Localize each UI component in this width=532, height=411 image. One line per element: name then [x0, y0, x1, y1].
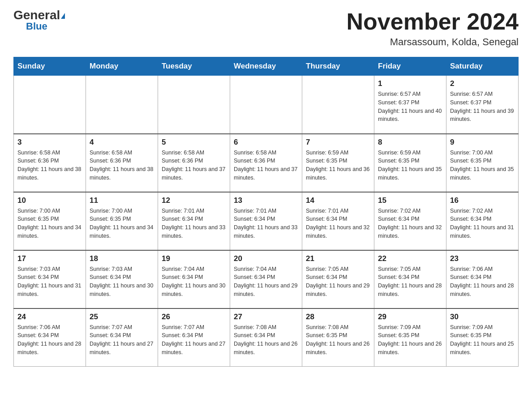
day-number: 27: [234, 313, 298, 321]
day-number: 25: [90, 313, 154, 321]
day-info: Sunrise: 6:58 AMSunset: 6:36 PMDaylight:…: [17, 149, 82, 182]
calendar-cell: 21Sunrise: 7:05 AMSunset: 6:34 PMDayligh…: [302, 250, 374, 308]
day-info: Sunrise: 6:58 AMSunset: 6:36 PMDaylight:…: [90, 149, 154, 182]
calendar-cell: 27Sunrise: 7:08 AMSunset: 6:34 PMDayligh…: [230, 308, 302, 367]
day-info: Sunrise: 6:59 AMSunset: 6:35 PMDaylight:…: [378, 149, 442, 182]
calendar-cell: 26Sunrise: 7:07 AMSunset: 6:34 PMDayligh…: [158, 308, 230, 367]
calendar-cell: 17Sunrise: 7:03 AMSunset: 6:34 PMDayligh…: [14, 250, 86, 308]
day-info: Sunrise: 6:57 AMSunset: 6:37 PMDaylight:…: [378, 90, 442, 124]
day-header-monday: Monday: [86, 57, 158, 76]
calendar-cell: 6Sunrise: 6:58 AMSunset: 6:36 PMDaylight…: [230, 134, 302, 192]
day-info: Sunrise: 7:02 AMSunset: 6:34 PMDaylight:…: [450, 207, 515, 240]
logo-triangle-icon: [61, 13, 65, 19]
day-number: 13: [234, 196, 298, 205]
day-info: Sunrise: 6:58 AMSunset: 6:36 PMDaylight:…: [162, 149, 226, 182]
day-info: Sunrise: 7:01 AMSunset: 6:34 PMDaylight:…: [234, 207, 298, 240]
day-number: 16: [450, 196, 515, 205]
calendar-cell: 16Sunrise: 7:02 AMSunset: 6:34 PMDayligh…: [446, 192, 519, 250]
day-info: Sunrise: 7:09 AMSunset: 6:35 PMDaylight:…: [450, 323, 515, 357]
day-info: Sunrise: 6:59 AMSunset: 6:35 PMDaylight:…: [306, 149, 370, 182]
day-info: Sunrise: 7:08 AMSunset: 6:35 PMDaylight:…: [306, 323, 370, 357]
title-area: November 2024 Marsassoum, Kolda, Senegal: [347, 9, 519, 48]
page-header: General Blue November 2024 Marsassoum, K…: [13, 9, 519, 48]
day-number: 3: [17, 138, 82, 147]
calendar-cell: 18Sunrise: 7:03 AMSunset: 6:34 PMDayligh…: [86, 250, 158, 308]
day-header-saturday: Saturday: [446, 57, 519, 76]
day-number: 1: [378, 79, 442, 88]
day-number: 21: [306, 254, 370, 263]
day-number: 28: [306, 313, 370, 321]
day-info: Sunrise: 7:03 AMSunset: 6:34 PMDaylight:…: [17, 265, 82, 299]
day-number: 24: [17, 313, 82, 321]
day-number: 18: [90, 254, 154, 263]
day-number: 22: [378, 254, 442, 263]
calendar-cell: [230, 76, 302, 134]
day-number: 4: [90, 138, 154, 147]
calendar-cell: [158, 76, 230, 134]
logo-general-text: General: [13, 9, 65, 21]
calendar-cell: [14, 76, 86, 134]
calendar-cell: 7Sunrise: 6:59 AMSunset: 6:35 PMDaylight…: [302, 134, 374, 192]
week-row-5: 24Sunrise: 7:06 AMSunset: 6:34 PMDayligh…: [14, 308, 519, 367]
calendar-cell: 30Sunrise: 7:09 AMSunset: 6:35 PMDayligh…: [446, 308, 519, 367]
day-info: Sunrise: 7:03 AMSunset: 6:34 PMDaylight:…: [90, 265, 154, 299]
calendar-cell: 12Sunrise: 7:01 AMSunset: 6:34 PMDayligh…: [158, 192, 230, 250]
calendar-cell: 14Sunrise: 7:01 AMSunset: 6:34 PMDayligh…: [302, 192, 374, 250]
calendar-title: November 2024: [347, 9, 519, 34]
calendar-cell: 11Sunrise: 7:00 AMSunset: 6:35 PMDayligh…: [86, 192, 158, 250]
calendar-cell: 23Sunrise: 7:06 AMSunset: 6:34 PMDayligh…: [446, 250, 519, 308]
day-info: Sunrise: 7:09 AMSunset: 6:35 PMDaylight:…: [378, 323, 442, 357]
day-number: 8: [378, 138, 442, 147]
day-info: Sunrise: 7:06 AMSunset: 6:34 PMDaylight:…: [17, 323, 82, 357]
calendar-cell: 29Sunrise: 7:09 AMSunset: 6:35 PMDayligh…: [374, 308, 446, 367]
calendar-cell: 19Sunrise: 7:04 AMSunset: 6:34 PMDayligh…: [158, 250, 230, 308]
calendar-table: SundayMondayTuesdayWednesdayThursdayFrid…: [13, 57, 519, 367]
day-number: 7: [306, 138, 370, 147]
calendar-cell: 1Sunrise: 6:57 AMSunset: 6:37 PMDaylight…: [374, 76, 446, 134]
week-row-1: 1Sunrise: 6:57 AMSunset: 6:37 PMDaylight…: [14, 76, 519, 134]
day-header-sunday: Sunday: [14, 57, 86, 76]
day-info: Sunrise: 7:08 AMSunset: 6:34 PMDaylight:…: [234, 323, 298, 357]
day-info: Sunrise: 7:07 AMSunset: 6:34 PMDaylight:…: [162, 323, 226, 357]
day-number: 10: [17, 196, 82, 205]
day-info: Sunrise: 7:00 AMSunset: 6:35 PMDaylight:…: [90, 207, 154, 240]
day-number: 14: [306, 196, 370, 205]
day-info: Sunrise: 7:02 AMSunset: 6:34 PMDaylight:…: [378, 207, 442, 240]
day-number: 26: [162, 313, 226, 321]
day-info: Sunrise: 7:05 AMSunset: 6:34 PMDaylight:…: [306, 265, 370, 299]
week-row-3: 10Sunrise: 7:00 AMSunset: 6:35 PMDayligh…: [14, 192, 519, 250]
week-row-2: 3Sunrise: 6:58 AMSunset: 6:36 PMDaylight…: [14, 134, 519, 192]
day-info: Sunrise: 7:04 AMSunset: 6:34 PMDaylight:…: [234, 265, 298, 299]
day-number: 6: [234, 138, 298, 147]
calendar-cell: 5Sunrise: 6:58 AMSunset: 6:36 PMDaylight…: [158, 134, 230, 192]
calendar-cell: 2Sunrise: 6:57 AMSunset: 6:37 PMDaylight…: [446, 76, 519, 134]
day-info: Sunrise: 6:57 AMSunset: 6:37 PMDaylight:…: [450, 90, 515, 124]
calendar-cell: 4Sunrise: 6:58 AMSunset: 6:36 PMDaylight…: [86, 134, 158, 192]
calendar-cell: 8Sunrise: 6:59 AMSunset: 6:35 PMDaylight…: [374, 134, 446, 192]
calendar-cell: 20Sunrise: 7:04 AMSunset: 6:34 PMDayligh…: [230, 250, 302, 308]
logo: General Blue: [13, 9, 65, 31]
calendar-cell: 3Sunrise: 6:58 AMSunset: 6:36 PMDaylight…: [14, 134, 86, 192]
calendar-cell: 13Sunrise: 7:01 AMSunset: 6:34 PMDayligh…: [230, 192, 302, 250]
day-info: Sunrise: 7:05 AMSunset: 6:34 PMDaylight:…: [378, 265, 442, 299]
calendar-cell: 10Sunrise: 7:00 AMSunset: 6:35 PMDayligh…: [14, 192, 86, 250]
calendar-cell: 25Sunrise: 7:07 AMSunset: 6:34 PMDayligh…: [86, 308, 158, 367]
day-header-tuesday: Tuesday: [158, 57, 230, 76]
day-number: 11: [90, 196, 154, 205]
day-number: 2: [450, 79, 515, 88]
calendar-cell: [86, 76, 158, 134]
day-info: Sunrise: 7:06 AMSunset: 6:34 PMDaylight:…: [450, 265, 515, 299]
day-header-wednesday: Wednesday: [230, 57, 302, 76]
day-info: Sunrise: 7:04 AMSunset: 6:34 PMDaylight:…: [162, 265, 226, 299]
week-row-4: 17Sunrise: 7:03 AMSunset: 6:34 PMDayligh…: [14, 250, 519, 308]
day-number: 30: [450, 313, 515, 321]
calendar-subtitle: Marsassoum, Kolda, Senegal: [347, 36, 519, 48]
day-header-thursday: Thursday: [302, 57, 374, 76]
day-info: Sunrise: 7:00 AMSunset: 6:35 PMDaylight:…: [450, 149, 515, 182]
calendar-cell: 28Sunrise: 7:08 AMSunset: 6:35 PMDayligh…: [302, 308, 374, 367]
day-number: 23: [450, 254, 515, 263]
day-info: Sunrise: 7:01 AMSunset: 6:34 PMDaylight:…: [162, 207, 226, 240]
day-info: Sunrise: 7:01 AMSunset: 6:34 PMDaylight:…: [306, 207, 370, 240]
day-info: Sunrise: 6:58 AMSunset: 6:36 PMDaylight:…: [234, 149, 298, 182]
day-header-friday: Friday: [374, 57, 446, 76]
